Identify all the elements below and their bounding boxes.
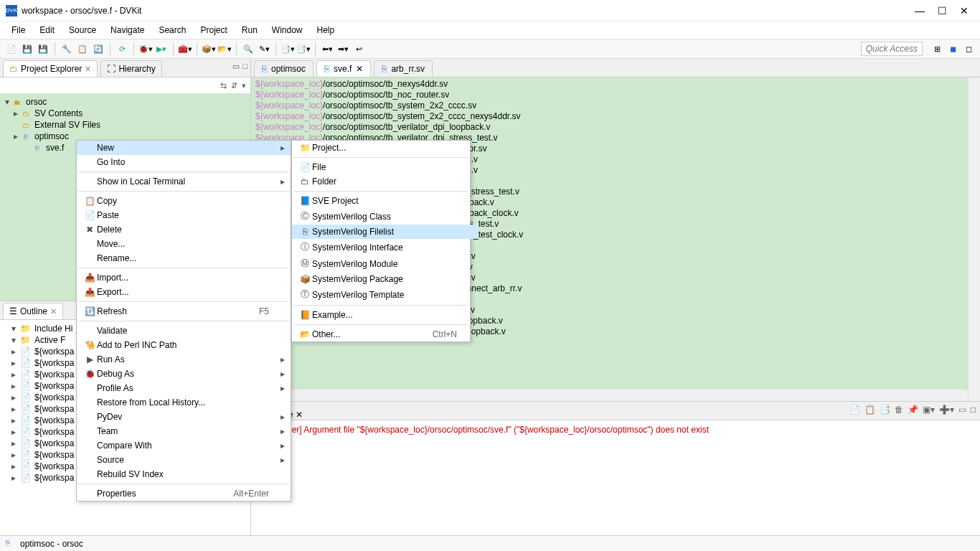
menu-item[interactable]: 📋Copy [77,194,291,208]
minimize-view-button[interactable]: ▭ [232,62,240,71]
vertical-scrollbar[interactable] [968,77,980,401]
collapse-all-button[interactable]: ⇆ [220,81,227,90]
menu-item[interactable]: 📥Import... [77,270,291,285]
menu-item[interactable]: Validate [77,324,291,338]
new-wiz-button[interactable]: 📦▾ [202,42,216,56]
tool-button-2[interactable]: 📋 [75,42,90,56]
open-type-button[interactable]: 📂▾ [217,42,232,56]
search-button[interactable]: 🔍 [241,42,255,56]
maximize-button[interactable]: ☐ [938,5,947,17]
horizontal-scrollbar[interactable] [251,389,968,401]
menu-item[interactable]: 📄Paste [77,208,291,222]
menu-item[interactable]: Move... [77,237,291,251]
maximize-view-button[interactable]: □ [971,405,976,415]
console-select-button[interactable]: ▣▾ [923,405,935,415]
ext-tools-button[interactable]: 🧰▾ [178,42,192,56]
menu-item[interactable]: Source▸ [77,453,291,467]
menu-item[interactable]: Show in Local Terminal▸ [77,174,291,189]
tree-node[interactable]: sve.f [46,143,64,153]
nav-button[interactable]: 📑▾ [281,42,295,56]
menu-search[interactable]: Search [153,24,192,37]
edit-button[interactable]: ✎▾ [257,42,271,56]
menu-item[interactable]: ✖Delete [77,222,291,237]
tool-button-3[interactable]: 🔄 [91,42,105,56]
menu-source[interactable]: Source [63,24,102,37]
new-button[interactable]: 📄 [4,42,19,56]
up-button[interactable]: ↩ [352,42,366,56]
close-icon[interactable]: ✕ [85,65,91,74]
menu-help[interactable]: Help [311,24,341,37]
maximize-view-button[interactable]: □ [242,62,248,71]
menu-item[interactable]: Profile As▸ [77,381,291,395]
console-pin-button[interactable]: 📌 [908,405,918,415]
tab-outline[interactable]: ☰ Outline ✕ [3,303,63,319]
tool-button[interactable]: 🔧 [60,42,74,56]
menu-item[interactable]: 📂Other...Ctrl+N [292,327,479,342]
menu-item[interactable]: 🔃RefreshF5 [77,304,291,319]
save-all-button[interactable]: 💾 [36,42,50,56]
menu-item[interactable]: PyDev▸ [77,410,291,424]
menu-item[interactable]: 🐪Add to Perl INC Path [77,338,291,352]
tab-project-explorer[interactable]: 🗀 Project Explorer ✕ [3,60,98,77]
tree-node[interactable]: External SV Files [34,120,100,130]
save-button[interactable]: 💾 [20,42,34,56]
sync-button[interactable]: ⟳ [115,42,129,56]
menu-item[interactable]: ⒾSystemVerilog Interface [292,239,479,255]
minimize-button[interactable]: — [915,5,925,17]
menu-item[interactable]: ⓂSystemVerilog Module [292,255,479,272]
menu-window[interactable]: Window [266,24,308,37]
menu-item[interactable]: 📁Project... [292,141,479,155]
menu-item[interactable]: 🐞Debug As▸ [77,367,291,381]
console-clear-button[interactable]: 🗑 [895,405,903,415]
other-perspective-button[interactable]: ◻ [961,42,976,56]
menu-item[interactable]: Team▸ [77,424,291,438]
close-icon[interactable]: ✕ [296,410,303,420]
editor-tab-arbrr[interactable]: ⎘arb_rr.sv [374,60,433,77]
debug-button[interactable]: 🐞▾ [138,42,153,56]
menu-item[interactable]: 📘SVE Project [292,194,479,208]
menu-item[interactable]: ▶Run As▸ [77,352,291,367]
link-editor-button[interactable]: ⇵ [231,81,237,90]
menu-project[interactable]: Project [194,24,232,37]
menu-item[interactable]: ⓉSystemVerilog Template [292,286,479,303]
menu-item[interactable]: New▸ [77,141,291,155]
menu-item[interactable]: 📄File [292,160,479,174]
menu-item[interactable]: Rebuild SV Index [77,467,291,481]
tree-node[interactable]: SV Contents [34,108,83,118]
submenu-new[interactable]: 📁Project...📄File🗀Folder📘SVE ProjectⒸSyst… [291,140,471,342]
menu-navigate[interactable]: Navigate [105,24,150,37]
console-new-button[interactable]: ➕▾ [939,405,954,415]
menu-item[interactable]: 📦SystemVerilog Package [292,272,479,286]
tree-node[interactable]: optimsoc [34,131,69,141]
back-button[interactable]: ⬅▾ [320,42,334,56]
forward-button[interactable]: ➡▾ [336,42,350,56]
tree-root[interactable]: orsoc [26,97,47,107]
view-menu-button[interactable]: ▾ [242,81,246,90]
console-btn[interactable]: 📄 [849,405,860,415]
quick-access[interactable]: Quick Access [861,42,923,56]
open-perspective-button[interactable]: ⊞ [930,42,944,56]
run-button[interactable]: ▶▾ [154,42,169,56]
nav-button-2[interactable]: 📑▾ [296,42,311,56]
menu-item[interactable]: 🗀Folder [292,174,479,189]
close-icon[interactable]: ✕ [356,64,363,74]
menu-run[interactable]: Run [236,24,263,37]
menu-edit[interactable]: Edit [34,24,60,37]
editor-tab-svef[interactable]: ⎘sve.f✕ [316,60,371,77]
menu-item[interactable]: Compare With▸ [77,438,291,453]
menu-item[interactable]: Rename... [77,251,291,265]
menu-item[interactable]: ⎘SystemVerilog Filelist [292,225,479,239]
editor-tab-optimsoc[interactable]: ⎘optimsoc [254,60,314,77]
close-icon[interactable]: ✕ [50,307,57,316]
console-btn[interactable]: 📋 [864,405,875,415]
menu-item[interactable]: PropertiesAlt+Enter [77,486,291,501]
close-button[interactable]: ✕ [960,5,969,17]
menu-item[interactable]: Restore from Local History... [77,395,291,410]
tab-hierarchy[interactable]: ⛶ Hierarchy [100,60,161,77]
console-btn[interactable]: 📑 [880,405,890,415]
menu-item[interactable]: 📙Example... [292,308,479,322]
menu-file[interactable]: File [6,24,31,37]
menu-item[interactable]: Go Into [77,155,291,169]
console-output[interactable]: gFileParser] Argument file "${workspace_… [251,420,980,535]
menu-item[interactable]: ⒸSystemVerilog Class [292,208,479,225]
